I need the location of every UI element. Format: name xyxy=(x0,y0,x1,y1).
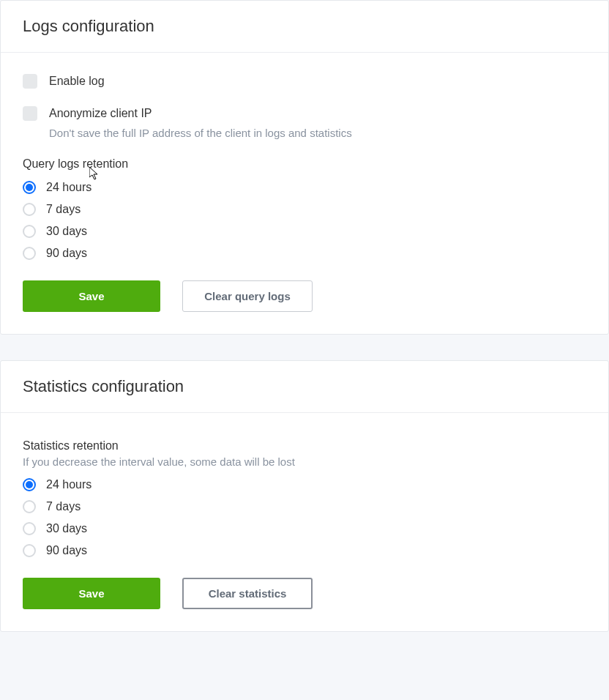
query-retention-option-label: 90 days xyxy=(46,247,87,260)
query-retention-option-label: 30 days xyxy=(46,225,87,238)
anonymize-ip-desc: Don't save the full IP address of the cl… xyxy=(49,125,352,142)
stats-retention-label: Statistics retention xyxy=(23,439,586,453)
clear-statistics-button[interactable]: Clear statistics xyxy=(182,578,313,609)
radio-icon xyxy=(23,478,36,491)
radio-icon xyxy=(23,247,36,260)
query-retention-option-90d[interactable]: 90 days xyxy=(23,247,586,260)
query-retention-option-30d[interactable]: 30 days xyxy=(23,225,586,238)
logs-config-title: Logs configuration xyxy=(23,17,586,36)
logs-config-card: Logs configuration Enable log Anonymize … xyxy=(0,0,609,335)
logs-config-header: Logs configuration xyxy=(1,1,608,53)
query-logs-retention-label: Query logs retention xyxy=(23,157,586,171)
stats-config-title: Statistics configuration xyxy=(23,377,586,396)
radio-icon xyxy=(23,181,36,194)
save-stats-button[interactable]: Save xyxy=(23,578,160,609)
stats-retention-option-label: 30 days xyxy=(46,522,87,535)
stats-retention-desc: If you decrease the interval value, some… xyxy=(23,455,586,468)
stats-retention-option-24h[interactable]: 24 hours xyxy=(23,478,586,491)
stats-config-body: Statistics retention If you decrease the… xyxy=(1,413,608,631)
anonymize-ip-label: Anonymize client IP xyxy=(49,107,152,119)
radio-icon xyxy=(23,203,36,216)
query-retention-option-7d[interactable]: 7 days xyxy=(23,203,586,216)
radio-icon xyxy=(23,544,36,557)
stats-retention-option-7d[interactable]: 7 days xyxy=(23,500,586,513)
enable-log-label: Enable log xyxy=(49,75,105,87)
stats-retention-option-label: 90 days xyxy=(46,544,87,557)
anonymize-ip-checkbox-row[interactable]: Anonymize client IP Don't save the full … xyxy=(23,105,586,141)
stats-config-header: Statistics configuration xyxy=(1,361,608,413)
stats-retention-option-label: 7 days xyxy=(46,500,81,513)
query-retention-option-label: 24 hours xyxy=(46,181,91,194)
checkbox-icon xyxy=(23,74,37,89)
save-logs-button[interactable]: Save xyxy=(23,280,160,312)
stats-retention-group: 24 hours 7 days 30 days 90 days xyxy=(23,478,586,557)
stats-config-card: Statistics configuration Statistics rete… xyxy=(0,360,609,632)
query-retention-option-24h[interactable]: 24 hours xyxy=(23,181,586,194)
logs-button-row: Save Clear query logs xyxy=(23,280,586,312)
radio-icon xyxy=(23,225,36,238)
query-logs-retention-group: 24 hours 7 days 30 days 90 days xyxy=(23,181,586,260)
stats-retention-option-90d[interactable]: 90 days xyxy=(23,544,586,557)
radio-icon xyxy=(23,500,36,513)
stats-retention-option-label: 24 hours xyxy=(46,478,91,491)
enable-log-checkbox-row[interactable]: Enable log xyxy=(23,73,586,89)
stats-button-row: Save Clear statistics xyxy=(23,578,586,609)
radio-icon xyxy=(23,522,36,535)
clear-query-logs-button[interactable]: Clear query logs xyxy=(182,280,313,312)
query-retention-option-label: 7 days xyxy=(46,203,81,216)
checkbox-icon xyxy=(23,106,37,121)
logs-config-body: Enable log Anonymize client IP Don't sav… xyxy=(1,53,608,334)
stats-retention-option-30d[interactable]: 30 days xyxy=(23,522,586,535)
